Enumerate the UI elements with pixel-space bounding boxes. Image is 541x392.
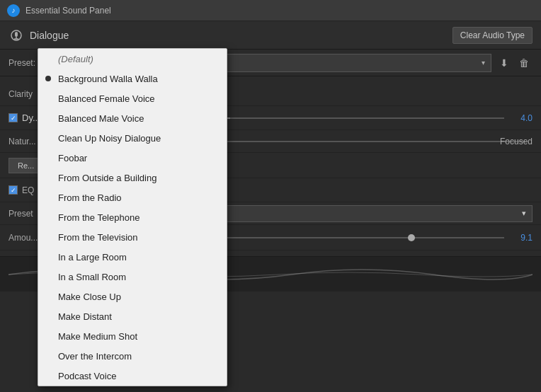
eq-label: EQ [22, 185, 34, 195]
dropdown-item-2[interactable]: Balanced Female Voice [38, 88, 227, 108]
preset-label: Preset: [8, 58, 37, 68]
dropdown-item-4[interactable]: Clean Up Noisy Dialogue [38, 128, 227, 148]
dropdown-item-10[interactable]: In a Large Room [38, 247, 227, 267]
dynamics-checkbox-label: Dy... [8, 113, 40, 123]
dropdown-item-8[interactable]: From the Telephone [38, 207, 227, 227]
dropdown-item-label-8: From the Telephone [58, 212, 139, 223]
dropdown-item-12[interactable]: Make Close Up [38, 287, 227, 306]
dynamics-value: 4.0 [511, 113, 533, 123]
dynamics-checkbox[interactable] [8, 113, 18, 122]
dropdown-item-1[interactable]: Background Walla Walla [38, 69, 227, 88]
dropdown-item-label-7: From the Radio [58, 192, 122, 203]
dropdown-item-label-6: From Outside a Building [58, 173, 156, 183]
dropdown-item-label-2: Balanced Female Voice [58, 93, 155, 104]
dropdown-item-label-16: Podcast Voice [58, 371, 116, 381]
dropdown-item-label-11: In a Small Room [58, 272, 126, 282]
dropdown-item-6[interactable]: From Outside a Building [38, 168, 227, 188]
dropdown-item-label-1: Background Walla Walla [58, 74, 158, 84]
dropdown-item-5[interactable]: Foobar [38, 148, 227, 168]
dropdown-item-label-5: Foobar [58, 153, 87, 163]
dropdown-item-label-4: Clean Up Noisy Dialogue [58, 133, 161, 144]
dropdown-item-16[interactable]: Podcast Voice [38, 366, 227, 386]
dropdown-item-label-9: From the Television [58, 232, 137, 243]
dropdown-item-label-12: Make Close Up [58, 292, 121, 302]
dropdown-item-label-10: In a Large Room [58, 252, 127, 263]
dropdown-item-0[interactable]: (Default) [38, 49, 227, 69]
title-bar-text: Essential Sound Panel [25, 6, 111, 16]
dropdown-item-label-14: Make Medium Shot [58, 331, 137, 342]
dropdown-item-label-13: Make Distant [58, 311, 112, 322]
preset-actions: ⬇ 🗑 [496, 54, 533, 71]
dropdown-item-9[interactable]: From the Television [38, 227, 227, 247]
chevron-down-icon: ▾ [482, 59, 485, 67]
dropdown-item-7[interactable]: From the Radio [38, 188, 227, 207]
focused-value: Focused [500, 137, 533, 146]
dropdown-item-label-0: (Default) [58, 54, 93, 64]
dialogue-label: Dialogue [30, 30, 69, 41]
download-preset-button[interactable]: ⬇ [496, 54, 513, 71]
eq-preset-arrow: ▾ [522, 209, 526, 218]
dialogue-icon [8, 28, 24, 43]
clear-audio-button[interactable]: Clear Audio Type [452, 27, 533, 44]
dropdown-item-3[interactable]: Balanced Male Voice [38, 108, 227, 128]
title-bar: ♪ Essential Sound Panel [0, 0, 541, 21]
dropdown-item-11[interactable]: In a Small Room [38, 267, 227, 287]
dropdown-item-13[interactable]: Make Distant [38, 306, 227, 326]
dropdown-item-label-3: Balanced Male Voice [58, 113, 144, 124]
header-row: Dialogue Clear Audio Type [0, 21, 541, 50]
dropdown-item-15[interactable]: Over the Intercom [38, 346, 227, 366]
amount-value: 9.1 [511, 233, 533, 243]
app-icon: ♪ [7, 4, 20, 17]
eq-checkbox[interactable] [8, 185, 18, 195]
delete-preset-button[interactable]: 🗑 [516, 54, 533, 71]
preset-dropdown-menu: (Default)Background Walla WallaBalanced … [38, 48, 227, 386]
amount-thumb[interactable] [408, 234, 415, 241]
svg-rect-1 [15, 32, 18, 37]
dropdown-item-14[interactable]: Make Medium Shot [38, 326, 227, 346]
dropdown-item-label-15: Over the Intercom [58, 351, 132, 362]
